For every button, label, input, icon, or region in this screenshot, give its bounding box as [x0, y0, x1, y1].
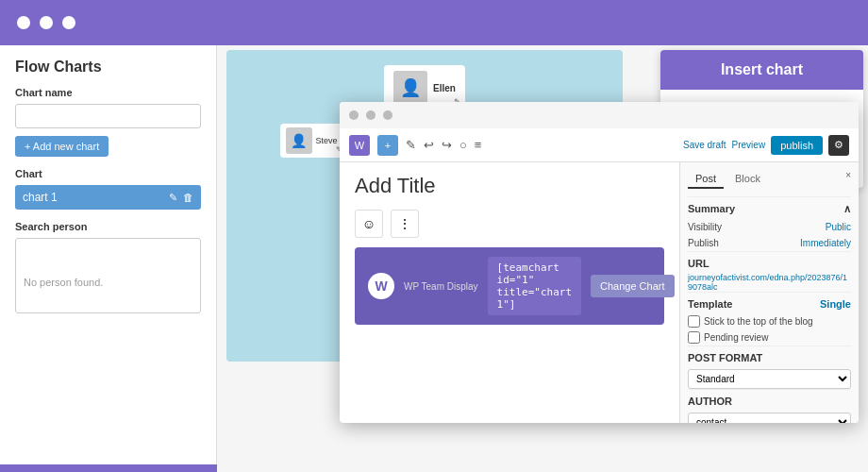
wp-team-label: WP Team Display	[404, 281, 478, 292]
sidebar-visibility-row: Visibility Public	[688, 219, 851, 235]
wp-menu-icon[interactable]: ≡	[475, 138, 482, 152]
visibility-value[interactable]: Public	[826, 222, 851, 232]
wp-edit-icon[interactable]: ✎	[406, 138, 416, 152]
sidebar-tab-post[interactable]: Post	[688, 170, 724, 189]
org-top-name: Ellen	[433, 83, 456, 93]
sidebar-tabs: Post Block ×	[688, 170, 851, 189]
wp-editor-top-bar	[340, 102, 859, 128]
wp-logo-icon: W	[349, 135, 370, 156]
format-label: POST FORMAT	[688, 352, 762, 363]
author-label: AUTHOR	[688, 396, 732, 407]
window-dot-3	[62, 16, 75, 29]
chart-label: Chart	[15, 168, 201, 179]
template-label: Template	[688, 298, 732, 310]
summary-label: Summary	[688, 203, 735, 215]
chart-name-input[interactable]	[15, 104, 201, 128]
shortcode-display: [teamchart id="1" title="chart 1"]	[488, 257, 581, 315]
sidebar-tab-block[interactable]: Block	[727, 170, 768, 189]
left-panel: Flow Charts Chart name + Add new chart C…	[0, 45, 217, 472]
add-new-chart-button[interactable]: + Add new chart	[15, 136, 108, 157]
sidebar-author-title: AUTHOR	[688, 389, 851, 411]
wp-dot-2	[366, 110, 376, 120]
wp-circle-icon: ○	[459, 138, 467, 152]
org-child-steve[interactable]: 👤 Steve ✎	[280, 124, 346, 158]
edit-icon[interactable]: ✎	[169, 192, 177, 204]
sidebar-pending-checkbox-row: Pending review	[688, 329, 851, 346]
wp-undo-icon[interactable]: ↩	[424, 138, 434, 152]
panel-title-text: Flow Charts	[15, 59, 102, 76]
wp-block-toolbar: ☺ ⋮	[355, 210, 664, 238]
publish-label: Publish	[688, 238, 719, 248]
publish-value[interactable]: Immediately	[800, 238, 851, 248]
wp-editor: W + ✎ ↩ ↪ ○ ≡ Save draft Preview publish…	[340, 102, 859, 423]
wp-title[interactable]: Add Title	[355, 174, 664, 198]
chart-item[interactable]: chart 1 ✎ 🗑	[15, 185, 201, 210]
org-child-avatar-steve: 👤	[286, 127, 312, 154]
sidebar-template-title: Template Single	[688, 292, 851, 313]
pending-label: Pending review	[704, 332, 768, 343]
sidebar-format-title: POST FORMAT	[688, 346, 851, 367]
wp-plus-icon[interactable]: +	[377, 135, 398, 156]
no-person-text: No person found.	[24, 277, 103, 288]
template-value[interactable]: Single	[820, 298, 851, 310]
summary-chevron: ∧	[843, 203, 851, 215]
sidebar-stick-checkbox-row: Stick to the top of the blog	[688, 313, 851, 329]
wp-block-btn-more[interactable]: ⋮	[391, 210, 419, 238]
stick-checkbox[interactable]	[688, 315, 700, 328]
top-bar	[0, 0, 868, 45]
url-label: URL	[688, 258, 709, 269]
org-child-name-steve: Steve	[316, 136, 338, 145]
save-draft-button[interactable]: Save draft	[683, 140, 726, 150]
panel-title: Flow Charts	[15, 59, 201, 76]
wp-content-area: Add Title ☺ ⋮ W WP Team Display [teamcha…	[340, 162, 859, 423]
publish-button[interactable]: publish	[771, 136, 823, 155]
wp-sidebar: Post Block × Summary ∧ Visibility Public…	[679, 162, 859, 423]
wp-redo-icon[interactable]: ↪	[442, 138, 452, 152]
delete-icon[interactable]: 🗑	[183, 192, 193, 204]
chart-item-name: chart 1	[23, 191, 58, 204]
chart-name-label: Chart name	[15, 87, 201, 98]
wp-settings-icon[interactable]: ⚙	[828, 135, 849, 156]
search-person-label: Search person	[15, 221, 201, 232]
window-dot-2	[40, 16, 53, 29]
insert-chart-header: Insert chart	[660, 50, 863, 90]
sidebar-publish-row: Publish Immediately	[688, 235, 851, 251]
wp-dot-1	[349, 110, 359, 120]
window-dot-1	[17, 16, 30, 29]
pending-checkbox[interactable]	[688, 331, 700, 344]
main-content: Flow Charts Chart name + Add new chart C…	[0, 45, 868, 472]
wp-right-btns: Save draft Preview publish ⚙	[683, 135, 849, 156]
preview-button[interactable]: Preview	[732, 140, 766, 150]
visibility-label: Visibility	[688, 222, 722, 232]
change-chart-button[interactable]: Change Chart	[591, 275, 675, 297]
sidebar-url-value[interactable]: journeyofactivist.com/edna.php/2023876/1…	[688, 273, 851, 292]
shortcode-block: W WP Team Display [teamchart id="1" titl…	[355, 247, 664, 325]
sidebar-summary-title: Summary ∧	[688, 196, 851, 219]
left-bottom-bar	[0, 464, 217, 472]
sidebar-url-title: URL	[688, 251, 851, 273]
search-person-box: No person found.	[15, 238, 201, 313]
sidebar-close-button[interactable]: ×	[845, 170, 851, 189]
chart-item-icons: ✎ 🗑	[169, 192, 193, 204]
stick-label: Stick to the top of the blog	[704, 316, 813, 327]
author-select[interactable]: contact	[688, 413, 851, 423]
org-top-avatar: 👤	[393, 71, 427, 105]
wp-toolbar: W + ✎ ↩ ↪ ○ ≡ Save draft Preview publish…	[340, 128, 859, 162]
wp-dot-3	[383, 110, 392, 120]
wp-editor-main: Add Title ☺ ⋮ W WP Team Display [teamcha…	[340, 162, 679, 423]
wp-block-btn-smiley[interactable]: ☺	[355, 210, 383, 238]
wp-team-logo: W	[368, 273, 394, 299]
center-area: 👤 Ellen ✎ 👤 Steve ✎ 👤 Mike ✎	[217, 45, 868, 472]
post-format-select[interactable]: Standard	[688, 369, 851, 389]
